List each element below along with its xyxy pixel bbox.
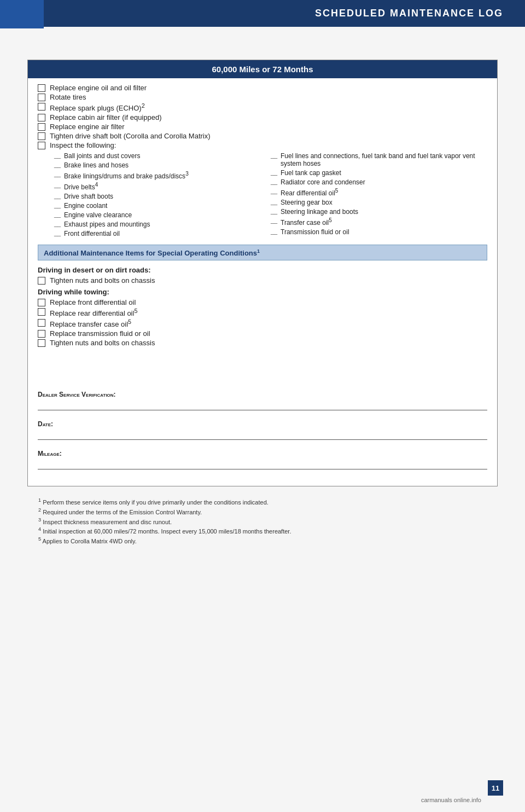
list-item: Replace cabin air filter (if equipped) [38,113,487,121]
sub-item-text: Front differential oil [64,230,120,237]
list-item: Replace transmission fluid or oil [38,329,487,338]
sub-list-item: Drive shaft boots [54,193,271,200]
card-body: Replace engine oil and oil filter Rotate… [28,78,497,486]
main-content: 60,000 Miles or 72 Months Replace engine… [0,27,525,562]
list-item: Rotate tires [38,93,487,101]
sub-list-item: Rear differential oil5 [271,188,487,197]
footnote-1: 1 Perform these service items only if yo… [38,497,487,506]
list-item: Replace engine oil and oil filter [38,84,487,92]
date-line [38,430,487,440]
checkbox[interactable] [38,142,45,149]
sub-list-item: Engine valve clearance [54,211,271,219]
list-item: Inspect the following: [38,141,487,149]
checkbox[interactable] [38,330,45,338]
mileage-line [38,460,487,469]
sub-list-item: Ball joints and dust covers [54,152,271,160]
item-text: Replace front differential oil [50,298,136,306]
sub-item-text: Drive shaft boots [64,193,113,200]
sub-list-item: Transmission fluid or oil [271,228,487,236]
item-text: Replace cabin air filter (if equipped) [50,113,162,121]
sub-item-text: Brake linings/drums and brake pads/discs… [64,172,189,180]
sub-item-text: Drive belts4 [64,183,98,191]
item-text: Tighten nuts and bolts on chassis [50,276,155,285]
dealer-label: Dealer Service Verification: [38,391,487,398]
checkbox[interactable] [38,114,45,121]
sub-item-text: Engine valve clearance [64,211,132,219]
sub-item-text: Exhaust pipes and mountings [64,221,150,228]
item-text: Tighten nuts and bolts on chassis [50,339,155,347]
item-text: Replace engine air filter [50,123,125,131]
inspect-sub-list: Ball joints and dust covers Brake lines … [54,152,487,239]
list-item: Tighten drive shaft bolt (Corolla and Co… [38,132,487,140]
checkbox[interactable] [38,277,45,285]
checkbox[interactable] [38,123,45,131]
checkbox[interactable] [38,84,45,92]
sub-list-item: Brake lines and hoses [54,161,271,169]
accent-bar [0,0,44,28]
checkbox[interactable] [38,94,45,101]
sub-item-text: Transmission fluid or oil [281,228,349,236]
checkbox[interactable] [38,308,45,316]
footnote-4: 4 Initial inspection at 60,000 miles/72 … [38,526,487,535]
item-text: Replace engine oil and oil filter [50,84,147,92]
footnote-2: 2 Required under the terms of the Emissi… [38,507,487,515]
sub-list-item: Radiator core and condenser [271,178,487,186]
list-item: Replace transfer case oil5 [38,318,487,328]
page-title: Scheduled Maintenance Log [315,8,503,19]
checkbox[interactable] [38,339,45,347]
checkbox[interactable] [38,103,45,111]
card-title: 60,000 Miles or 72 Months [212,65,313,74]
bottom-logo: carmanuals online.info [421,797,481,803]
sub-item-text: Steering linkage and boots [281,208,358,216]
footnotes: 1 Perform these service items only if yo… [27,497,498,544]
sub-list-item: Drive belts4 [54,182,271,191]
list-item: Tighten nuts and bolts on chassis [38,276,487,285]
item-text: Inspect the following: [50,141,116,149]
item-text: Rotate tires [50,93,86,101]
list-item: Replace front differential oil [38,298,487,306]
sub-item-text: Transfer case oil5 [281,219,332,227]
dealer-line [38,401,487,410]
list-item: Replace rear differential oil5 [38,308,487,317]
list-item: Replace engine air filter [38,123,487,131]
sub-list-item: Front differential oil [54,230,271,237]
footnote-5: 5 Applies to Corolla Matrix 4WD only. [38,536,487,544]
sub-item-text: Ball joints and dust covers [64,152,140,160]
sub-list-item: Engine coolant [54,202,271,210]
sub-list-item: Fuel lines and connections, fuel tank ba… [271,152,487,167]
card-header: 60,000 Miles or 72 Months [28,60,497,78]
inspect-right-col: Fuel lines and connections, fuel tank ba… [271,152,487,239]
section-title-desert: Driving in desert or on dirt roads: [38,266,487,274]
date-label: Date: [38,420,487,428]
list-item: Tighten nuts and bolts on chassis [38,339,487,347]
sub-list-item: Steering gear box [271,199,487,206]
additional-header-text: Additional Maintenance Items for Special… [44,249,260,257]
item-text: Replace transmission fluid or oil [50,329,150,338]
checkbox[interactable] [38,299,45,306]
item-text: Replace transfer case oil5 [50,318,131,328]
sub-item-text: Brake lines and hoses [64,161,129,169]
sub-item-text: Steering gear box [281,199,332,206]
sub-item-text: Radiator core and condenser [281,178,365,186]
sub-item-text: Rear differential oil5 [281,189,338,197]
section-title-towing: Driving while towing: [38,288,487,296]
sub-item-text: Engine coolant [64,202,107,210]
sub-list-item: Transfer case oil5 [271,217,487,227]
additional-maintenance-header: Additional Maintenance Items for Special… [38,245,487,260]
checkbox[interactable] [38,319,45,327]
sub-item-text: Fuel lines and connections, fuel tank ba… [281,152,475,167]
mileage-label: Mileage: [38,450,487,457]
page-header: Scheduled Maintenance Log [0,0,525,27]
checkbox[interactable] [38,132,45,140]
inspect-left-col: Ball joints and dust covers Brake lines … [54,152,271,239]
maintenance-card: 60,000 Miles or 72 Months Replace engine… [27,60,498,486]
sub-list-item: Steering linkage and boots [271,208,487,216]
sub-list-item: Exhaust pipes and mountings [54,221,271,228]
item-text: Replace rear differential oil5 [50,308,137,317]
footnote-3: 3 Inspect thickness measurement and disc… [38,517,487,525]
sub-item-text: Fuel tank cap gasket [281,169,341,177]
item-text: Replace spark plugs (ECHO)2 [50,102,145,112]
list-item: Replace spark plugs (ECHO)2 [38,102,487,112]
page-number: 11 [488,780,503,796]
item-text: Tighten drive shaft bolt (Corolla and Co… [50,132,211,140]
